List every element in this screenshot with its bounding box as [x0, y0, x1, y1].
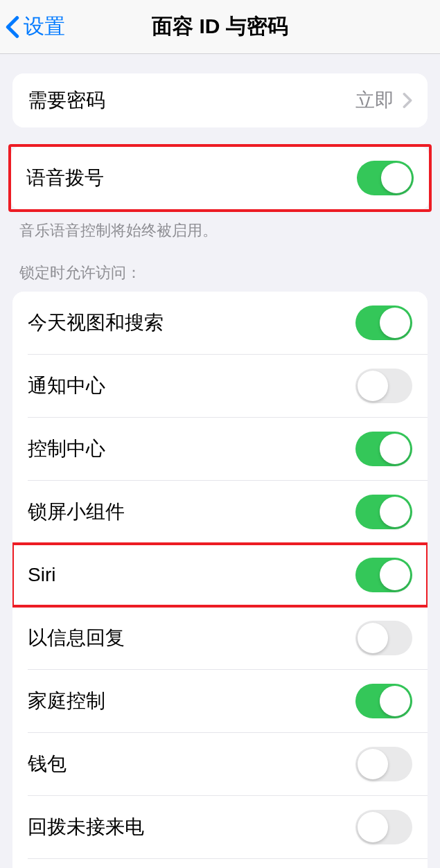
- voice-dial-footer: 音乐语音控制将始终被启用。: [0, 212, 440, 242]
- voice-dial-toggle[interactable]: [357, 161, 414, 195]
- chevron-left-icon: [6, 15, 19, 39]
- chevron-right-icon: [403, 92, 412, 109]
- lock-access-list: 今天视图和搜索通知中心控制中心锁屏小组件Siri以信息回复家庭控制钱包回拨未接来…: [12, 292, 428, 868]
- lock-access-toggle[interactable]: [355, 684, 412, 718]
- lock-access-toggle[interactable]: [355, 495, 412, 529]
- back-label: 设置: [24, 12, 65, 41]
- lock-access-label: 钱包: [28, 751, 67, 777]
- lock-access-label: 通知中心: [28, 373, 105, 399]
- page-title: 面容 ID 与密码: [152, 12, 288, 41]
- lock-access-row: 钱包: [12, 733, 428, 795]
- lock-access-row: USB 配件: [12, 859, 428, 868]
- lock-access-label: 锁屏小组件: [28, 499, 125, 525]
- lock-access-row: 控制中心: [12, 418, 428, 480]
- passcode-label: 需要密码: [28, 87, 105, 114]
- lock-access-toggle[interactable]: [355, 432, 412, 466]
- back-button[interactable]: 设置: [6, 12, 65, 41]
- content: 需要密码 立即 语音拨号 音乐语音控制将始终被启用。 锁定时允许访问： 今天: [0, 73, 440, 868]
- passcode-group: 需要密码 立即: [12, 73, 428, 127]
- lock-access-row: 回拨未接来电: [12, 796, 428, 858]
- voice-dial-row: 语音拨号: [11, 147, 429, 209]
- lock-access-label: 今天视图和搜索: [28, 310, 164, 336]
- lock-access-label: 以信息回复: [28, 625, 125, 651]
- lock-access-row: 通知中心: [12, 355, 428, 417]
- lock-access-label: 控制中心: [28, 436, 105, 462]
- lock-access-group: 今天视图和搜索通知中心控制中心锁屏小组件Siri以信息回复家庭控制钱包回拨未接来…: [12, 292, 428, 868]
- nav-bar: 设置 面容 ID 与密码: [0, 0, 440, 54]
- lock-access-header: 锁定时允许访问：: [0, 263, 440, 292]
- voice-dial-label: 语音拨号: [26, 165, 104, 191]
- lock-access-row: Siri: [12, 544, 428, 606]
- lock-access-toggle[interactable]: [355, 305, 412, 340]
- lock-access-toggle[interactable]: [355, 621, 412, 655]
- lock-access-label: 回拨未接来电: [28, 814, 144, 840]
- voice-dial-highlight: 语音拨号: [8, 144, 432, 212]
- lock-access-toggle[interactable]: [355, 369, 412, 403]
- passcode-row[interactable]: 需要密码 立即: [12, 73, 428, 127]
- lock-access-row: 家庭控制: [12, 670, 428, 732]
- lock-access-toggle[interactable]: [355, 810, 412, 844]
- lock-access-toggle[interactable]: [355, 558, 412, 592]
- lock-access-row: 今天视图和搜索: [12, 292, 428, 354]
- lock-access-label: 家庭控制: [28, 688, 105, 714]
- lock-access-row: 锁屏小组件: [12, 481, 428, 543]
- lock-access-label: Siri: [28, 564, 55, 586]
- passcode-value: 立即: [355, 87, 394, 114]
- lock-access-toggle[interactable]: [355, 747, 412, 781]
- lock-access-row: 以信息回复: [12, 607, 428, 669]
